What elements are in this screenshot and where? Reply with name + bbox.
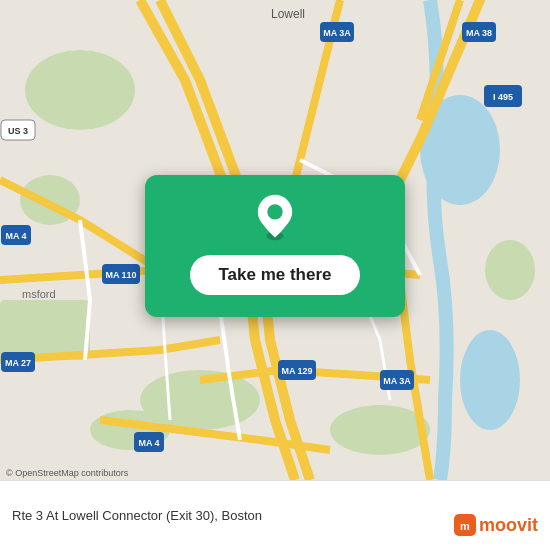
- svg-text:MA 110: MA 110: [105, 270, 136, 280]
- svg-text:m: m: [460, 520, 470, 532]
- location-pin-icon: [251, 193, 299, 241]
- svg-text:MA 3A: MA 3A: [323, 28, 351, 38]
- svg-rect-4: [0, 300, 90, 360]
- svg-text:I 495: I 495: [493, 92, 513, 102]
- take-me-there-button[interactable]: Take me there: [190, 255, 359, 295]
- svg-point-34: [267, 204, 282, 219]
- lowell-label: Lowell: [271, 7, 305, 21]
- moovit-logo: m moovit: [454, 514, 538, 536]
- svg-text:MA 3A: MA 3A: [383, 376, 411, 386]
- svg-text:MA 38: MA 38: [466, 28, 492, 38]
- svg-point-1: [25, 50, 135, 130]
- svg-point-9: [485, 240, 535, 300]
- bottom-bar: Rte 3 At Lowell Connector (Exit 30), Bos…: [0, 480, 550, 550]
- map-container: Lowell MA 3A MA 38 I 495 US 3 MA 4 MA 11…: [0, 0, 550, 480]
- info-card: Take me there: [145, 175, 405, 317]
- svg-point-3: [460, 330, 520, 430]
- moovit-icon: m: [454, 514, 476, 536]
- svg-text:MA 4: MA 4: [5, 231, 26, 241]
- svg-text:msford: msford: [22, 288, 56, 300]
- svg-text:MA 4: MA 4: [138, 438, 159, 448]
- moovit-label: moovit: [479, 515, 538, 536]
- svg-text:US 3: US 3: [8, 126, 28, 136]
- svg-text:© OpenStreetMap contributors: © OpenStreetMap contributors: [6, 468, 129, 478]
- svg-text:MA 27: MA 27: [5, 358, 31, 368]
- svg-text:MA 129: MA 129: [281, 366, 312, 376]
